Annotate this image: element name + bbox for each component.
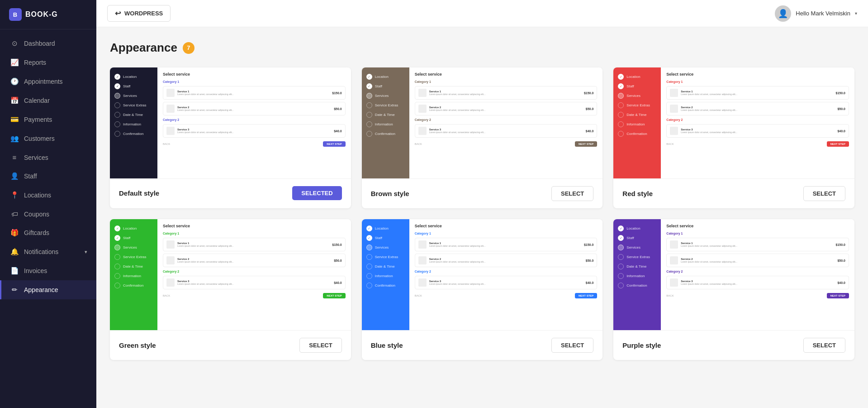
service-item[interactable]: Service 3 Lorem ipsum dolor sit amet, co… bbox=[666, 124, 849, 138]
preview-select-service: Select service bbox=[163, 72, 346, 77]
sidebar-item-staff[interactable]: 👤 Staff bbox=[0, 167, 96, 186]
dashboard-icon: ⊙ bbox=[10, 39, 19, 48]
theme-preview: ✓ Location ✓ Staff Services Service Extr… bbox=[110, 219, 351, 330]
preview-step: Information bbox=[366, 121, 405, 127]
preview-step: Confirmation bbox=[114, 131, 153, 137]
payments-icon: 💳 bbox=[10, 115, 19, 124]
sidebar-item-coupons[interactable]: 🏷 Coupons bbox=[0, 205, 96, 223]
step-circle: ✓ bbox=[366, 235, 372, 241]
step-label: Staff bbox=[626, 236, 634, 240]
theme-select-button-green[interactable]: SELECT bbox=[299, 338, 342, 353]
service-desc: Lorem ipsum dolor sit amet, consectetur … bbox=[177, 131, 331, 134]
service-info: Service 1 Lorem ipsum dolor sit amet, co… bbox=[681, 242, 833, 247]
service-item[interactable]: Service 1 Lorem ipsum dolor sit amet, co… bbox=[163, 86, 346, 100]
theme-card-blue: ✓ Location ✓ Staff Services Service Extr… bbox=[362, 219, 603, 360]
sidebar-item-locations[interactable]: 📍 Locations bbox=[0, 186, 96, 205]
step-circle bbox=[618, 283, 624, 288]
theme-card-brown: ✓ Location ✓ Staff Services Service Extr… bbox=[362, 67, 603, 208]
step-label: Confirmation bbox=[626, 132, 647, 136]
preview-select-service: Select service bbox=[415, 72, 598, 77]
theme-card-purple: ✓ Location ✓ Staff Services Service Extr… bbox=[613, 219, 854, 360]
service-item[interactable]: Service 2 Lorem ipsum dolor sit amet, co… bbox=[163, 102, 346, 115]
service-item[interactable]: Service 2 Lorem ipsum dolor sit amet, co… bbox=[163, 254, 346, 267]
step-circle bbox=[114, 264, 120, 269]
service-desc: Lorem ipsum dolor sit amet, consectetur … bbox=[177, 283, 331, 285]
service-info: Service 1 Lorem ipsum dolor sit amet, co… bbox=[177, 242, 329, 247]
preview-step: Services bbox=[618, 93, 656, 99]
next-step-button[interactable]: NEXT STEP bbox=[323, 141, 345, 147]
service-item[interactable]: Service 3 Lorem ipsum dolor sit amet, co… bbox=[163, 124, 346, 138]
theme-select-button-purple[interactable]: SELECT bbox=[803, 338, 845, 353]
theme-select-button-brown[interactable]: SELECT bbox=[551, 186, 593, 201]
service-item[interactable]: Service 2 Lorem ipsum dolor sit amet, co… bbox=[666, 254, 849, 267]
preview-step: ✓ Staff bbox=[114, 83, 153, 89]
service-desc: Lorem ipsum dolor sit amet, consectetur … bbox=[681, 131, 835, 134]
step-circle bbox=[618, 93, 624, 99]
service-item[interactable]: Service 3 Lorem ipsum dolor sit amet, co… bbox=[415, 124, 598, 138]
service-item[interactable]: Service 1 Lorem ipsum dolor sit amet, co… bbox=[415, 238, 598, 251]
service-desc: Lorem ipsum dolor sit amet, consectetur … bbox=[177, 260, 331, 263]
service-thumb bbox=[166, 240, 175, 249]
preview-select-service: Select service bbox=[666, 224, 849, 228]
next-step-button[interactable]: NEXT STEP bbox=[827, 293, 849, 298]
service-desc: Lorem ipsum dolor sit amet, consectetur … bbox=[429, 109, 583, 111]
step-label: Staff bbox=[123, 236, 130, 240]
service-item[interactable]: Service 1 Lorem ipsum dolor sit amet, co… bbox=[666, 86, 849, 100]
theme-select-button-default[interactable]: SELECTED bbox=[292, 186, 342, 200]
theme-select-button-red[interactable]: SELECT bbox=[803, 186, 845, 201]
next-step-button[interactable]: NEXT STEP bbox=[575, 293, 597, 298]
step-circle bbox=[366, 245, 372, 250]
sidebar-label-payments: Payments bbox=[24, 116, 52, 123]
sidebar-item-reports[interactable]: 📈 Reports bbox=[0, 53, 96, 72]
preview-step: Service Extras bbox=[618, 254, 656, 260]
service-item[interactable]: Service 3 Lorem ipsum dolor sit amet, co… bbox=[666, 276, 849, 289]
sidebar-item-customers[interactable]: 👥 Customers bbox=[0, 129, 96, 148]
step-circle bbox=[114, 102, 120, 108]
theme-select-button-blue[interactable]: SELECT bbox=[551, 338, 593, 353]
preview-step: Service Extras bbox=[366, 254, 405, 260]
service-price: $40.0 bbox=[586, 281, 594, 284]
next-step-button[interactable]: NEXT STEP bbox=[827, 141, 849, 147]
sidebar-item-invoices[interactable]: 📄 Invoices bbox=[0, 261, 96, 280]
service-item[interactable]: Service 1 Lorem ipsum dolor sit amet, co… bbox=[415, 86, 598, 100]
user-menu[interactable]: 👤 Hello Mark Velmiskin ▾ bbox=[775, 5, 857, 22]
step-label: Location bbox=[626, 75, 640, 79]
preview-step: ✓ Location bbox=[366, 226, 405, 231]
wordpress-button[interactable]: ↩ WORDPRESS bbox=[107, 5, 171, 22]
service-item[interactable]: Service 1 Lorem ipsum dolor sit amet, co… bbox=[666, 238, 849, 251]
step-circle bbox=[114, 283, 120, 288]
preview-step: Information bbox=[114, 273, 153, 279]
service-item[interactable]: Service 3 Lorem ipsum dolor sit amet, co… bbox=[415, 276, 598, 289]
invoices-icon: 📄 bbox=[10, 267, 19, 275]
next-step-button[interactable]: NEXT STEP bbox=[575, 141, 597, 147]
service-item[interactable]: Service 2 Lorem ipsum dolor sit amet, co… bbox=[666, 102, 849, 115]
step-label: Staff bbox=[375, 84, 382, 88]
sidebar-item-dashboard[interactable]: ⊙ Dashboard bbox=[0, 34, 96, 53]
service-thumb bbox=[418, 127, 427, 135]
reports-icon: 📈 bbox=[10, 58, 19, 67]
service-item[interactable]: Service 1 Lorem ipsum dolor sit amet, co… bbox=[163, 238, 346, 251]
logo[interactable]: B BOOK-G bbox=[0, 0, 96, 29]
sidebar-item-calendar[interactable]: 📅 Calendar bbox=[0, 91, 96, 110]
service-price: $150.0 bbox=[584, 91, 593, 95]
service-item[interactable]: Service 2 Lorem ipsum dolor sit amet, co… bbox=[415, 254, 598, 267]
sidebar-item-services[interactable]: ≡ Services bbox=[0, 148, 96, 167]
step-label: Staff bbox=[375, 236, 382, 240]
service-item[interactable]: Service 3 Lorem ipsum dolor sit amet, co… bbox=[163, 276, 346, 289]
expand-arrow-icon: ▾ bbox=[85, 249, 87, 255]
sidebar-item-payments[interactable]: 💳 Payments bbox=[0, 110, 96, 129]
step-circle bbox=[366, 273, 372, 279]
sidebar-item-notifications[interactable]: 🔔 Notifications ▾ bbox=[0, 242, 96, 261]
service-info: Service 1 Lorem ipsum dolor sit amet, co… bbox=[177, 90, 329, 96]
next-step-button[interactable]: NEXT STEP bbox=[323, 293, 345, 298]
preview-footer: BACK NEXT STEP bbox=[666, 141, 849, 147]
step-circle: ✓ bbox=[114, 226, 120, 231]
theme-footer: Default style SELECTED bbox=[110, 178, 351, 207]
sidebar-item-giftcards[interactable]: 🎁 Giftcards bbox=[0, 223, 96, 242]
step-label: Confirmation bbox=[375, 283, 395, 288]
service-item[interactable]: Service 2 Lorem ipsum dolor sit amet, co… bbox=[415, 102, 598, 115]
sidebar-label-customers: Customers bbox=[24, 135, 55, 142]
sidebar-item-appointments[interactable]: 🕐 Appointments bbox=[0, 72, 96, 91]
sidebar-item-appearance[interactable]: ✏ Appearance bbox=[0, 280, 96, 299]
step-label: Staff bbox=[626, 84, 634, 88]
